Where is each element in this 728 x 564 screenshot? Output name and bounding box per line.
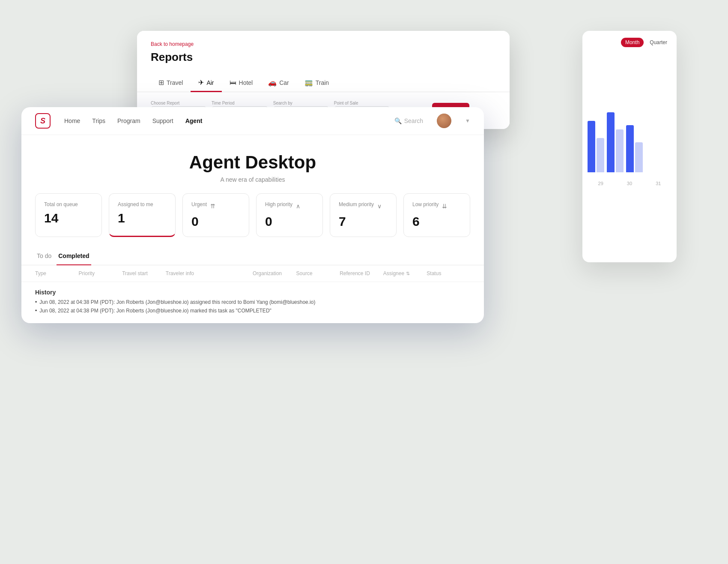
- table-header: Type Priority Travel start Traveler info…: [21, 265, 484, 282]
- stat-urgent[interactable]: Urgent ⇈ 0: [182, 193, 249, 237]
- urgent-icon: ⇈: [210, 203, 215, 210]
- hero-subtitle: A new era of capabilities: [35, 176, 470, 183]
- stat-total-queue-value: 14: [44, 211, 93, 225]
- tab-train[interactable]: 🚃 Train: [297, 74, 337, 92]
- chart-panel: Month Quarter 29 30 31: [582, 31, 677, 262]
- tab-travel-label: Travel: [167, 79, 183, 86]
- nav-trips[interactable]: Trips: [92, 117, 105, 124]
- history-item-2: • Jun 08, 2022 at 04:38 PM (PDT): Jon Ro…: [35, 308, 470, 314]
- stat-assigned-me-value: 1: [118, 211, 167, 225]
- chart-area: [582, 51, 677, 179]
- car-icon: 🚗: [268, 78, 277, 87]
- bar-3a: [626, 125, 634, 172]
- stat-medium-header: Medium priority ∨: [339, 201, 388, 211]
- search-by-label: Search by: [273, 101, 329, 105]
- content-tabs: To do Completed: [21, 247, 484, 265]
- nav-search[interactable]: 🔍 Search: [394, 117, 423, 124]
- stat-high-priority[interactable]: High priority ∧ 0: [256, 193, 323, 237]
- medium-priority-icon: ∨: [377, 203, 382, 210]
- nav-agent[interactable]: Agent: [185, 117, 203, 124]
- low-priority-icon: ⇊: [442, 203, 447, 210]
- tab-travel[interactable]: ⊞ Travel: [151, 74, 191, 92]
- tab-air[interactable]: ✈ Air: [191, 74, 221, 92]
- tab-car[interactable]: 🚗 Car: [260, 74, 297, 92]
- nav-home[interactable]: Home: [64, 117, 80, 124]
- col-traveler-info: Traveler info: [166, 270, 253, 276]
- stat-low-label: Low priority: [412, 201, 439, 207]
- stat-total-queue-label: Total on queue: [44, 201, 93, 207]
- bar-2b: [616, 129, 624, 172]
- chart-tab-quarter[interactable]: Quarter: [645, 38, 671, 47]
- col-type: Type: [35, 270, 79, 276]
- col-reference-id: Reference ID: [340, 270, 383, 276]
- back-link[interactable]: Back to homepage: [151, 41, 496, 47]
- choose-report-label: Choose Report: [151, 101, 206, 105]
- stat-high-label: High priority: [265, 201, 292, 207]
- col-travel-start: Travel start: [122, 270, 166, 276]
- history-title: History: [35, 289, 470, 296]
- history-item-1: • Jun 08, 2022 at 04:38 PM (PDT): Jon Ro…: [35, 299, 470, 305]
- col-status: Status: [427, 270, 470, 276]
- assignee-sort-icon[interactable]: ⇅: [406, 271, 410, 276]
- point-of-sale-label: Point of Sale: [334, 101, 390, 105]
- hero-title: Agent Desktop: [35, 152, 470, 173]
- stat-low-priority[interactable]: Low priority ⇊ 6: [403, 193, 470, 237]
- chevron-down-icon-user[interactable]: ▼: [465, 118, 470, 124]
- hotel-icon: 🛏: [230, 79, 236, 87]
- search-label: Search: [404, 117, 423, 124]
- bar-1b: [597, 138, 604, 172]
- chart-label-29: 29: [598, 181, 603, 186]
- logo: S: [35, 113, 51, 129]
- tab-todo[interactable]: To do: [35, 247, 53, 265]
- history-text-1: Jun 08, 2022 at 04:38 PM (PDT): Jon Robe…: [39, 299, 315, 305]
- stats-row: Total on queue 14 Assigned to me 1 Urgen…: [21, 193, 484, 247]
- stat-low-value: 6: [412, 214, 461, 229]
- stat-urgent-header: Urgent ⇈: [191, 201, 240, 211]
- bar-group-1: [588, 121, 604, 172]
- reports-title: Reports: [151, 51, 496, 64]
- train-icon: 🚃: [304, 78, 313, 87]
- stat-high-header: High priority ∧: [265, 201, 314, 211]
- chart-labels: 29 30 31: [582, 179, 677, 188]
- plane-icon: ✈: [198, 78, 204, 87]
- tab-hotel[interactable]: 🛏 Hotel: [222, 74, 261, 92]
- chart-tab-month[interactable]: Month: [621, 38, 644, 47]
- search-icon: 🔍: [394, 117, 402, 124]
- chart-tabs: Month Quarter: [582, 31, 677, 51]
- avatar[interactable]: [437, 114, 451, 128]
- chart-label-30: 30: [627, 181, 632, 186]
- nav-support[interactable]: Support: [152, 117, 173, 124]
- time-period-label: Time Period: [212, 101, 268, 105]
- grid-icon: ⊞: [158, 78, 164, 87]
- stat-assigned-me-label: Assigned to me: [118, 201, 167, 207]
- history-text-2: Jun 08, 2022 at 04:38 PM (PDT): Jon Robe…: [39, 308, 272, 314]
- nav-program[interactable]: Program: [117, 117, 140, 124]
- reports-header: Back to homepage Reports: [137, 31, 510, 64]
- logo-letter: S: [40, 117, 45, 126]
- bullet-1: •: [35, 299, 37, 305]
- agent-window: S Home Trips Program Support Agent 🔍 Sea…: [21, 107, 484, 323]
- nav-bar: S Home Trips Program Support Agent 🔍 Sea…: [21, 107, 484, 135]
- bar-group-3: [626, 125, 643, 172]
- tab-air-label: Air: [206, 79, 214, 86]
- col-assignee: Assignee ⇅: [383, 270, 427, 276]
- bar-3b: [635, 142, 643, 172]
- stat-assigned-me[interactable]: Assigned to me 1: [109, 193, 176, 237]
- hero: Agent Desktop A new era of capabilities: [21, 135, 484, 193]
- stat-high-value: 0: [265, 214, 314, 229]
- chart-label-31: 31: [656, 181, 661, 186]
- bullet-2: •: [35, 308, 37, 314]
- tab-car-label: Car: [279, 79, 289, 86]
- stat-urgent-label: Urgent: [191, 201, 207, 207]
- bar-1a: [588, 121, 595, 172]
- stat-medium-priority[interactable]: Medium priority ∨ 7: [330, 193, 397, 237]
- stat-total-queue[interactable]: Total on queue 14: [35, 193, 102, 237]
- tab-hotel-label: Hotel: [239, 79, 253, 86]
- high-priority-icon: ∧: [296, 203, 300, 210]
- stat-medium-label: Medium priority: [339, 201, 374, 207]
- stat-urgent-value: 0: [191, 214, 240, 229]
- col-organization: Organization: [253, 270, 296, 276]
- avatar-image: [437, 114, 451, 128]
- tab-completed[interactable]: Completed: [57, 247, 91, 265]
- tab-train-label: Train: [316, 79, 329, 86]
